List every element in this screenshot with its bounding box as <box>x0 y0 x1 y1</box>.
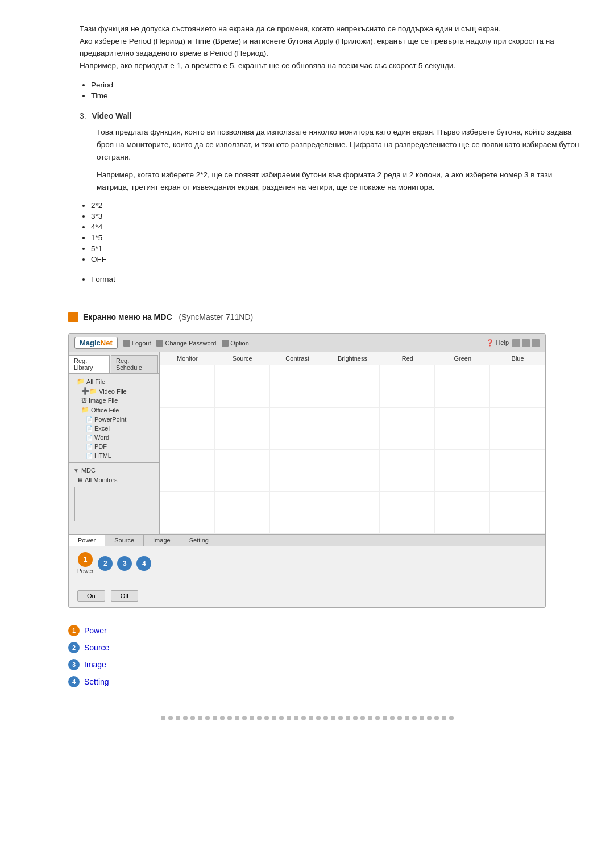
dot <box>346 716 350 720</box>
cell <box>270 365 325 407</box>
bullet-2x2: 2*2 <box>91 201 580 210</box>
tree-item-image-file[interactable]: 🖼 Image File <box>69 396 159 405</box>
monitor-grid: Monitor Source Contrast Brightness Red G… <box>160 352 545 534</box>
sidebar-all-monitors[interactable]: 🖥 All Monitors <box>69 475 159 485</box>
app-logo: MagicNet <box>74 337 118 349</box>
help-button[interactable]: ❓ Help <box>486 339 509 347</box>
cell <box>160 450 215 491</box>
on-off-buttons: On Off <box>77 590 151 602</box>
monitor-rows <box>160 365 545 534</box>
num-button-2[interactable]: 2 <box>98 556 113 571</box>
tree-item-all-file[interactable]: 📁 All File <box>69 377 159 386</box>
cell <box>490 492 545 533</box>
app-bottom-panel: Power Source Image Setting 1 Power 2 3 4… <box>69 534 545 607</box>
dot <box>264 716 269 720</box>
legend-text-source: Source <box>84 643 109 652</box>
dot <box>183 716 188 720</box>
bullet-time: Time <box>91 91 580 100</box>
tree-item-word[interactable]: 📄 Word <box>69 433 159 442</box>
power-section: 1 Power 2 3 4 On Off <box>77 552 151 602</box>
cell <box>160 408 215 449</box>
section-3-body: Това предлага функция, която ви позволяв… <box>97 126 580 193</box>
dot <box>360 716 365 720</box>
tree-item-office-file[interactable]: 📁 Office File <box>69 405 159 415</box>
legend-circle-1: 1 <box>68 625 80 636</box>
logout-button[interactable]: Logout <box>123 340 151 347</box>
tab-reg-schedule[interactable]: Reg. Schedule <box>111 355 158 373</box>
cell <box>435 450 490 491</box>
tree-item-pdf[interactable]: 📄 PDF <box>69 442 159 451</box>
dot <box>176 716 180 720</box>
bullet-4x4: 4*4 <box>91 223 580 231</box>
word-icon: 📄 <box>86 435 93 441</box>
option-icon <box>222 340 229 347</box>
header-monitor: Monitor <box>160 354 215 363</box>
btn-1-container: 1 Power <box>77 552 93 574</box>
heading-bar-subtitle: (SyncMaster 711ND) <box>179 312 254 322</box>
cell <box>270 450 325 491</box>
bottom-tabs: Power Source Image Setting <box>69 535 545 546</box>
num-button-4[interactable]: 4 <box>136 556 151 571</box>
app-main-content: Reg. Library Reg. Schedule 📁 All File ➕📁… <box>69 352 545 534</box>
bottom-content: 1 Power 2 3 4 On Off <box>69 546 545 607</box>
tab-reg-library[interactable]: Reg. Library <box>69 355 110 373</box>
dot <box>353 716 358 720</box>
format-bullet-list: Format <box>91 275 580 283</box>
bullet-1x5: 1*5 <box>91 233 580 242</box>
dot <box>412 716 417 720</box>
image-file-icon: 🖼 <box>81 398 87 404</box>
tree-item-excel[interactable]: 📄 Excel <box>69 424 159 433</box>
cell <box>215 365 270 407</box>
btn-1-label: Power <box>77 568 93 574</box>
tab-setting[interactable]: Setting <box>180 535 218 546</box>
cell <box>270 492 325 533</box>
dot <box>294 716 298 720</box>
mdc-arrow-icon: ▼ <box>73 468 79 474</box>
legend-item-power: 1 Power <box>68 625 580 636</box>
bullet-period: Period <box>91 81 580 89</box>
option-button[interactable]: Option <box>222 340 248 347</box>
ppt-icon: 📄 <box>86 416 93 423</box>
bullet-off: OFF <box>91 255 580 264</box>
maximize-button[interactable] <box>522 339 530 347</box>
minimize-button[interactable] <box>512 339 520 347</box>
tree-item-powerpoint[interactable]: 📄 PowerPoint <box>69 415 159 424</box>
legend-text-setting: Setting <box>84 677 109 686</box>
excel-icon: 📄 <box>86 425 93 432</box>
on-button[interactable]: On <box>77 590 105 602</box>
tab-source[interactable]: Source <box>105 535 144 546</box>
cell <box>325 450 380 491</box>
help-icon: ❓ <box>486 339 494 346</box>
off-button[interactable]: Off <box>111 590 138 602</box>
dot <box>227 716 232 720</box>
dot <box>279 716 284 720</box>
dot <box>198 716 202 720</box>
dot <box>427 716 432 720</box>
num-button-1[interactable]: 1 <box>78 552 93 567</box>
cell <box>160 365 215 407</box>
tree-item-html[interactable]: 📄 HTML <box>69 451 159 460</box>
tree-item-video-file[interactable]: ➕📁 Video File <box>69 386 159 396</box>
app-toolbar: MagicNet Logout Change Password Option ❓… <box>69 334 545 352</box>
screen-menu-icon <box>68 312 78 322</box>
cell <box>435 365 490 407</box>
dot <box>383 716 387 720</box>
table-row <box>160 408 545 450</box>
close-button[interactable] <box>532 339 540 347</box>
change-password-button[interactable]: Change Password <box>156 340 216 347</box>
dot <box>397 716 402 720</box>
pdf-icon: 📄 <box>86 444 93 450</box>
folder-icon: 📁 <box>77 378 85 385</box>
num-button-3[interactable]: 3 <box>117 556 132 571</box>
bullet-list-grid-options: 2*2 3*3 4*4 1*5 5*1 OFF <box>91 201 580 264</box>
dot <box>420 716 424 720</box>
tab-power[interactable]: Power <box>69 535 105 546</box>
dot <box>235 716 239 720</box>
bullet-5x1: 5*1 <box>91 244 580 253</box>
legend-text-power: Power <box>84 626 107 635</box>
dot <box>309 716 313 720</box>
section-heading-bar: Екранно меню на MDC (SyncMaster 711ND) <box>68 312 580 322</box>
monitor-header: Monitor Source Contrast Brightness Red G… <box>160 352 545 365</box>
tab-image[interactable]: Image <box>144 535 180 546</box>
video-folder-icon: ➕📁 <box>81 387 97 395</box>
